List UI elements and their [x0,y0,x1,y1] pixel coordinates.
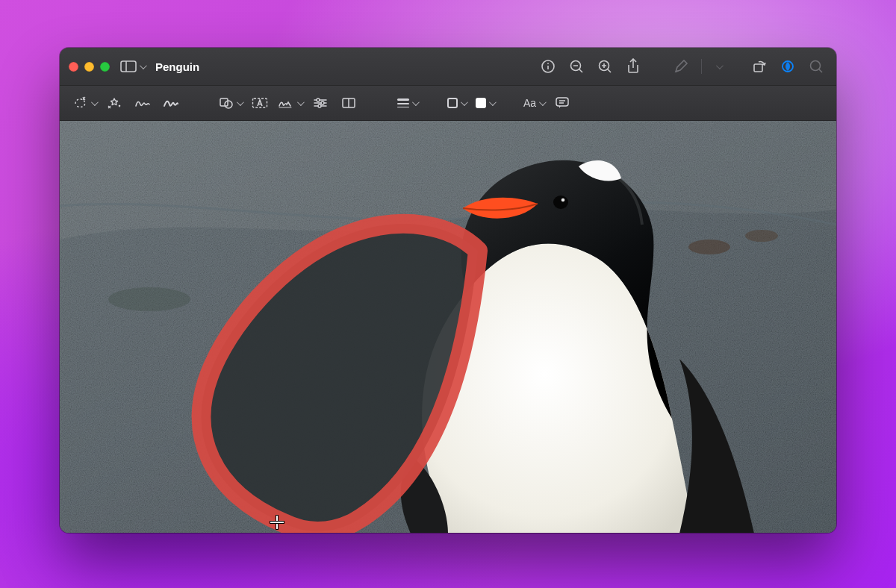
svg-point-33 [688,240,730,254]
adjust-color-tool[interactable] [310,93,331,113]
fill-swatch-icon [476,98,486,108]
markup-more-button[interactable] [711,55,723,78]
text-tool[interactable] [249,93,270,113]
svg-rect-16 [220,98,228,106]
preview-window: Penguin [60,48,836,533]
zoom-out-button[interactable] [565,55,588,78]
svg-point-21 [317,98,320,101]
close-window-button[interactable] [69,62,78,72]
description-annotation-button[interactable] [552,93,573,113]
zoom-window-button[interactable] [100,62,110,72]
svg-point-14 [811,61,821,71]
highlight-marker-button[interactable] [777,55,799,78]
zoom-in-button[interactable] [594,55,616,78]
svg-point-17 [225,101,232,108]
svg-rect-0 [121,61,136,72]
sidebar-toggle-button[interactable] [120,55,145,78]
smart-lasso-tool[interactable] [104,93,125,113]
rotate-button[interactable] [748,55,771,78]
svg-line-9 [608,69,611,72]
svg-rect-12 [754,64,762,72]
sketch-tool[interactable] [132,93,153,113]
penguin-illustration [60,121,836,533]
separator [701,59,702,74]
sign-tool[interactable] [278,93,302,113]
inspector-button[interactable] [537,55,559,78]
svg-point-35 [108,287,190,311]
image-canvas[interactable] [60,121,836,533]
text-style-label: Aa [523,97,536,109]
svg-point-3 [547,63,549,64]
adjust-size-tool[interactable] [338,93,359,113]
text-style-button[interactable]: Aa [523,93,544,113]
svg-line-6 [579,69,582,72]
markup-toolbar: Aa [60,86,836,121]
markup-pencil-button[interactable] [670,55,692,78]
svg-point-25 [318,104,321,107]
svg-point-34 [745,230,778,242]
minimize-window-button[interactable] [84,62,94,72]
fill-color-button[interactable] [474,93,495,113]
border-color-button[interactable] [446,93,467,113]
window-title: Penguin [155,60,199,73]
svg-point-23 [321,101,324,104]
svg-rect-28 [556,98,568,106]
window-controls [69,62,110,72]
draw-tool[interactable] [161,93,181,113]
stroke-swatch-icon [447,98,458,108]
shape-style-button[interactable] [396,93,417,113]
svg-point-36 [553,196,568,209]
search-button[interactable] [805,55,827,78]
instant-alpha-tool[interactable] [73,93,96,113]
titlebar: Penguin [60,48,836,86]
share-button[interactable] [622,55,644,78]
svg-line-15 [819,69,822,72]
shapes-tool[interactable] [219,93,242,113]
svg-point-37 [561,198,565,202]
